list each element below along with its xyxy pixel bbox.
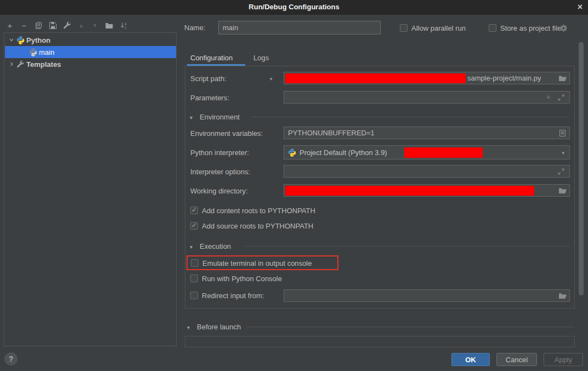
python-interpreter-combobox[interactable]: Project Default (Python 3.9) ▾ [284,145,570,159]
expand-field-icon[interactable] [557,94,565,101]
name-input[interactable] [218,21,381,35]
add-configuration-icon[interactable]: + [4,20,15,31]
store-as-project-file-checkbox[interactable] [489,24,496,32]
edit-variables-icon[interactable] [559,129,566,137]
browse-folder-icon[interactable] [558,292,567,300]
dialog-title: Run/Debug Configurations [0,3,588,11]
before-launch-task-list[interactable] [185,336,575,347]
name-label: Name: [184,24,205,32]
tree-item-label: Templates [26,60,61,69]
redaction-block [285,186,534,196]
python-interpreter-value: Project Default (Python 3.9) [299,149,387,157]
move-up-icon[interactable]: ▲ [76,20,87,31]
ok-button[interactable]: OK [451,353,490,366]
new-folder-icon[interactable] [104,20,115,31]
expand-field-icon[interactable] [557,168,565,175]
tree-item-main[interactable]: main [5,46,176,58]
run-with-python-console-label: Run with Python Console [202,275,282,283]
interpreter-options-label: Interpreter options: [190,168,250,176]
add-source-roots-checkbox[interactable] [190,222,198,230]
configurations-tree: Python main Templates [4,32,177,346]
svg-text:z: z [125,25,126,29]
interpreter-dropdown-icon[interactable]: ▾ [562,150,564,156]
script-path-value: sample-project/main.py [467,74,541,82]
parameters-label: Parameters: [190,94,229,102]
environment-section-title: Environment [200,113,240,121]
execution-section-title: Execution [200,242,231,250]
environment-variables-field[interactable]: PYTHONUNBUFFERED=1 [284,127,570,139]
interpreter-options-field[interactable] [284,165,570,178]
environment-collapse-icon[interactable]: ▾ [190,115,193,121]
tree-item-label: Python [26,36,50,44]
section-divider [245,246,570,247]
browse-folder-icon[interactable] [558,187,567,195]
script-path-field[interactable]: sample-project/main.py [284,72,570,84]
store-as-project-file-label: Store as project file [500,24,561,32]
sort-configurations-icon[interactable]: az [118,20,129,31]
vertical-scrollbar-thumb[interactable] [579,42,584,295]
allow-parallel-run-label: Allow parallel run [411,24,466,32]
python-logo-icon [288,149,296,157]
python-config-icon [29,48,37,56]
titlebar: Run/Debug Configurations × [0,0,588,15]
redirect-input-label: Redirect input from: [202,292,264,300]
add-content-roots-label: Add content roots to PYTHONPATH [202,207,315,215]
run-debug-configurations-dialog: Run/Debug Configurations × + − ▲ ▼ az Py… [0,0,588,371]
tree-item-python[interactable]: Python [5,34,176,46]
add-content-roots-checkbox[interactable] [190,207,198,214]
cancel-button[interactable]: Cancel [496,353,537,366]
target-type-dropdown-icon[interactable]: ▾ [270,76,273,82]
environment-variables-label: Environment variables: [190,129,263,138]
run-with-python-console-checkbox[interactable] [190,275,198,282]
redaction-block [404,147,483,158]
chevron-right-icon [9,61,14,67]
svg-text:a: a [125,21,127,25]
section-divider [246,327,574,327]
working-directory-field[interactable] [284,184,570,197]
script-path-label: Script path: [190,75,227,83]
tree-item-label: main [39,48,54,56]
save-configuration-icon[interactable] [47,20,58,31]
redirect-input-checkbox[interactable] [190,292,198,299]
tab-configuration[interactable]: Configuration [190,54,233,62]
copy-configuration-icon[interactable] [33,20,44,31]
help-button[interactable]: ? [4,352,18,366]
move-down-icon[interactable]: ▼ [89,20,100,31]
execution-collapse-icon[interactable]: ▾ [190,244,193,250]
python-interpreter-label: Python interpreter: [190,149,249,157]
wrench-icon [16,60,25,69]
gear-icon[interactable] [559,24,568,32]
before-launch-section-title: Before launch [197,323,241,331]
python-logo-icon [16,36,25,44]
redaction-block [285,73,466,83]
working-directory-label: Working directory: [190,187,248,195]
chevron-down-icon [9,37,14,43]
allow-parallel-run-checkbox[interactable] [400,24,408,32]
browse-folder-icon[interactable] [558,75,567,82]
apply-button[interactable]: Apply [544,353,583,366]
environment-variables-value: PYTHONUNBUFFERED=1 [284,129,375,137]
add-source-roots-label: Add source roots to PYTHONPATH [202,222,313,230]
tree-item-templates[interactable]: Templates [5,58,176,70]
edit-templates-wrench-icon[interactable] [61,20,72,31]
before-launch-collapse-icon[interactable]: ▾ [187,324,190,330]
redirect-input-field[interactable] [284,289,570,302]
emulate-terminal-checkbox[interactable] [191,259,199,267]
close-icon[interactable]: × [578,2,583,13]
emulate-terminal-label: Emulate terminal in output console [202,259,312,267]
section-divider [250,117,570,117]
remove-configuration-icon[interactable]: − [19,20,30,31]
add-macro-icon[interactable]: + [546,93,551,101]
parameters-field[interactable]: + [284,91,570,104]
tab-logs[interactable]: Logs [253,54,269,62]
